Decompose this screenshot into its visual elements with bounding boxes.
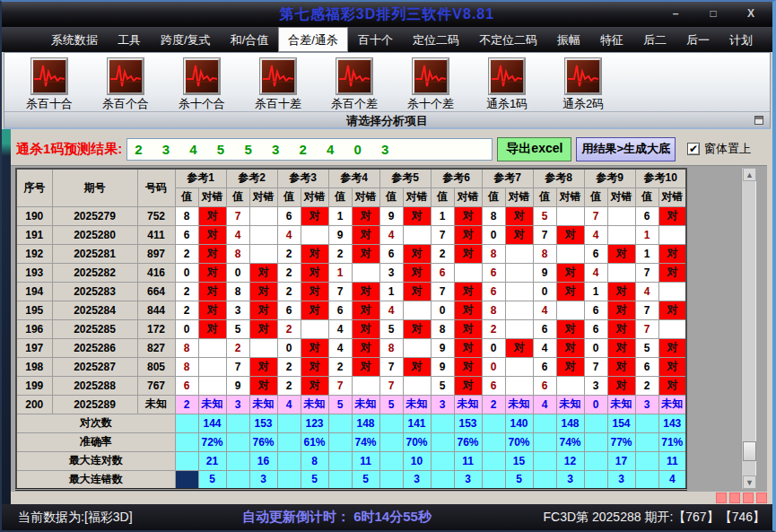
value-cell[interactable]: 1 [379,282,403,301]
result-cell[interactable]: 对 [556,263,584,282]
result-cell[interactable]: 对 [607,282,635,301]
result-cell[interactable]: 对 [658,301,686,319]
value-cell[interactable]: 7 [379,357,403,376]
result-cell[interactable] [556,244,584,263]
row-header-cell[interactable]: 2025287 [52,357,137,376]
value-cell[interactable]: 7 [635,301,658,319]
row-header-cell[interactable]: 2025279 [52,206,137,225]
summary-value-cell[interactable]: 5 [505,470,533,489]
tool-button-7[interactable]: 通杀2码 [551,58,615,112]
result-cell[interactable] [607,263,635,282]
result-cell[interactable]: 对 [454,319,482,338]
value-cell[interactable]: 7 [584,357,607,376]
menu-item-0[interactable]: 系统数据 [41,27,108,52]
value-cell[interactable]: 3 [226,395,249,414]
summary-value-cell[interactable]: 76% [454,432,482,451]
row-header-cell[interactable]: 199 [16,376,52,395]
result-cell[interactable]: 未知 [352,395,379,414]
value-cell[interactable]: 6 [277,301,301,319]
summary-value-cell[interactable]: 74% [556,432,584,451]
row-header-cell[interactable]: 未知 [137,395,175,414]
result-cell[interactable] [556,376,584,395]
menu-item-8[interactable]: 振幅 [547,27,590,52]
summary-spacer-cell[interactable] [277,414,301,432]
value-cell[interactable]: 7 [328,376,352,395]
result-cell[interactable] [403,301,431,319]
result-cell[interactable]: 对 [403,319,431,338]
value-cell[interactable]: 9 [533,263,556,282]
value-cell[interactable]: 5 [226,319,249,338]
result-cell[interactable]: 对 [301,282,328,301]
value-cell[interactable]: 6 [533,319,556,338]
row-header-cell[interactable]: 2025282 [52,263,137,282]
result-cell[interactable]: 对 [301,206,328,225]
value-cell[interactable]: 2 [226,338,249,357]
summary-spacer-cell[interactable] [379,414,403,432]
value-cell[interactable]: 8 [482,206,505,225]
summary-value-cell[interactable]: 3 [607,470,635,489]
summary-spacer-cell[interactable] [226,414,249,432]
value-cell[interactable]: 7 [635,263,658,282]
menu-item-13[interactable]: 计划2 [763,27,776,52]
result-cell[interactable]: 对 [249,282,277,301]
value-cell[interactable]: 0 [431,301,454,319]
value-cell[interactable]: 5 [379,395,403,414]
summary-spacer-cell[interactable] [584,451,607,470]
result-cell[interactable] [301,319,328,338]
value-cell[interactable]: 5 [379,319,403,338]
summary-spacer-cell[interactable] [226,470,249,489]
summary-value-cell[interactable]: 15 [505,451,533,470]
result-cell[interactable]: 对 [352,357,379,376]
result-cell[interactable]: 对 [249,376,277,395]
result-cell[interactable]: 未知 [658,395,686,414]
value-cell[interactable]: 4 [379,225,403,244]
result-cell[interactable] [198,357,226,376]
export-excel-button[interactable]: 导出excel [497,137,571,161]
result-cell[interactable] [505,357,533,376]
value-cell[interactable]: 2 [277,244,301,263]
value-cell[interactable]: 9 [328,225,352,244]
row-header-cell[interactable]: 827 [137,338,175,357]
result-cell[interactable]: 对 [607,376,635,395]
summary-value-cell[interactable]: 70% [505,432,533,451]
scroll-up-icon[interactable]: ▲ [743,168,756,181]
value-cell[interactable]: 8 [379,338,403,357]
value-cell[interactable]: 0 [482,338,505,357]
result-cell[interactable] [505,376,533,395]
result-cell[interactable]: 未知 [607,395,635,414]
summary-value-cell[interactable]: 10 [403,451,431,470]
result-cell[interactable] [556,301,584,319]
value-cell[interactable]: 1 [635,244,658,263]
value-cell[interactable]: 2 [482,395,505,414]
summary-spacer-cell[interactable] [328,432,352,451]
summary-spacer-cell[interactable] [584,432,607,451]
summary-spacer-cell[interactable] [226,451,249,470]
result-cell[interactable]: 对 [198,301,226,319]
value-cell[interactable]: 0 [226,263,249,282]
summary-spacer-cell[interactable] [175,432,198,451]
row-header-cell[interactable]: 197 [16,338,52,357]
result-cell[interactable]: 对 [352,319,379,338]
result-cell[interactable] [556,206,584,225]
summary-value-cell[interactable]: 21 [198,451,226,470]
summary-value-cell[interactable]: 123 [301,414,328,432]
row-header-cell[interactable]: 2025283 [52,282,137,301]
result-cell[interactable] [198,376,226,395]
summary-spacer-cell[interactable] [635,432,658,451]
result-cell[interactable]: 对 [607,244,635,263]
value-cell[interactable]: 7 [533,225,556,244]
menu-item-7[interactable]: 不定位二码 [469,27,547,52]
result-cell[interactable] [198,338,226,357]
value-cell[interactable]: 7 [431,282,454,301]
tool-button-4[interactable]: 杀百个差 [322,58,387,112]
result-cell[interactable] [607,225,635,244]
value-cell[interactable]: 4 [635,282,658,301]
summary-spacer-cell[interactable] [277,470,301,489]
result-cell[interactable] [505,301,533,319]
value-cell[interactable]: 6 [379,244,403,263]
value-cell[interactable]: 8 [482,244,505,263]
checkbox-checked-icon[interactable]: ✔ [687,143,700,155]
result-cell[interactable]: 对 [403,244,431,263]
result-cell[interactable]: 对 [198,319,226,338]
row-header-cell[interactable]: 191 [16,225,52,244]
